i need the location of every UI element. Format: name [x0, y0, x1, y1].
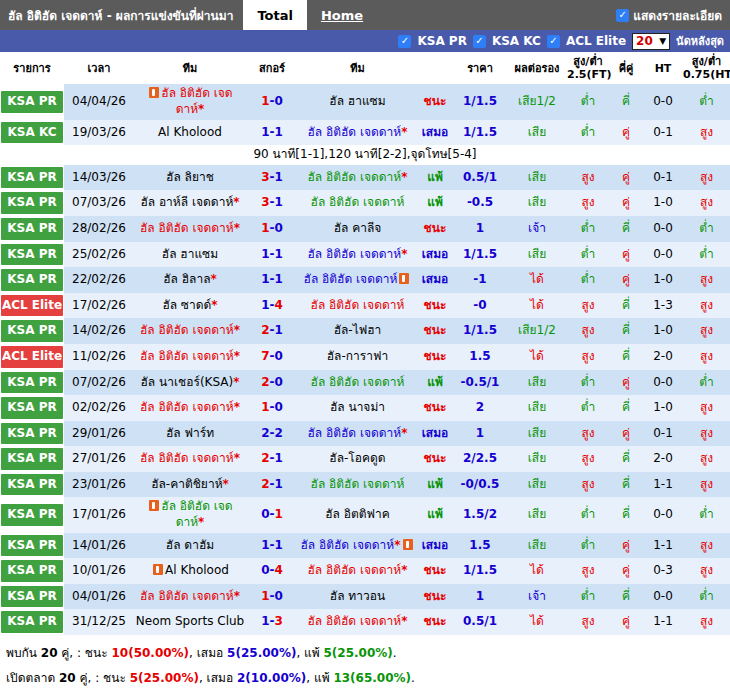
home-goals: 1: [261, 589, 269, 603]
home-team-name[interactable]: ฮัล อิติฮัด เจดดาห์: [140, 400, 234, 414]
home-team-name[interactable]: ฮัล ลิยาช: [166, 170, 214, 184]
away-team-name[interactable]: ฮัล อิติฮัด เจดดาห์: [311, 298, 405, 312]
home-team-name[interactable]: Neom Sports Club: [136, 614, 244, 628]
matches-count-select[interactable]: 20 ▼: [632, 33, 670, 50]
home-team-name[interactable]: ฮัล ฮิลาล: [163, 272, 210, 286]
home-team-name[interactable]: ฮัล อิติฮัด เจดดาห์: [140, 451, 234, 465]
match-row: ACL Elite17/02/26ฮัล ซาดด์*1-4ฮัล อิติฮั…: [0, 293, 730, 319]
match-row: KSA PR02/02/26ฮัล อิติฮัด เจดดาห์*1-0ฮัล…: [0, 395, 730, 421]
home-team-name[interactable]: ฮัล นาเชอร์(KSA): [141, 375, 234, 389]
checkbox-ksa-kc-icon[interactable]: ✓: [473, 35, 486, 48]
ht-score-cell: 1-0: [643, 267, 683, 293]
handicap-result-cell: เสีย: [507, 533, 567, 559]
away-team-name[interactable]: ฮัล ทาวอน: [330, 589, 385, 603]
away-team-name[interactable]: ฮัล อิติฮัด เจดดาห์: [307, 426, 401, 440]
ou-ht-cell: สูง: [683, 421, 730, 447]
away-team-name[interactable]: ฮัล อิติฮัด เจดดาห์: [307, 170, 401, 184]
date-cell: 28/02/26: [64, 216, 134, 242]
ou-ht-cell: ต่ำ: [683, 584, 730, 610]
home-team-name[interactable]: ฮัล ฮาแซม: [162, 247, 218, 261]
home-team-name[interactable]: ฮัล อิติฮัด เจดดาห์: [140, 323, 234, 337]
date-cell: 11/02/26: [64, 344, 134, 370]
away-team-name[interactable]: ฮัล อิติฮัด เจดดาห์: [311, 375, 405, 389]
home-team-name[interactable]: ฮัล อาห์ลี เจดดาห์: [140, 195, 233, 209]
score-cell: 1-0: [246, 216, 298, 242]
away-team-name[interactable]: ฮัล อิติฮัด เจดดาห์: [311, 477, 405, 491]
handicap-result-cell: ได้: [507, 558, 567, 584]
away-team-name[interactable]: ฮัล อิติฮัด เจดดาห์: [307, 563, 401, 577]
away-team-name[interactable]: ฮัล อิติฮัด เจดดาห์: [307, 614, 401, 628]
away-team-name[interactable]: ฮัล ฮาแซม: [329, 94, 385, 108]
checkbox-ksa-pr-icon[interactable]: ✓: [398, 35, 411, 48]
away-team-name[interactable]: ฮัล-การาฟา: [327, 349, 388, 363]
score-cell: 7-0: [246, 344, 298, 370]
summary-segment: 5(25.00%): [227, 646, 296, 660]
date-cell: 02/02/26: [64, 395, 134, 421]
ou-ft-cell: สูง: [567, 165, 609, 191]
home-team-name[interactable]: ฮัล ฟาร์ท: [166, 426, 214, 440]
home-team-name[interactable]: ฮัล อิติฮัด เจดดาห์: [140, 589, 234, 603]
tab-total[interactable]: Total: [243, 0, 307, 30]
checkbox-checked-icon[interactable]: ✓: [616, 9, 629, 22]
team-star-marker: *: [223, 477, 229, 491]
away-team-name[interactable]: ฮัล คาลีจ: [334, 221, 382, 235]
away-team-name[interactable]: ฮัล อิติฮัด เจดดาห์: [311, 195, 405, 209]
away-team-name[interactable]: ฮัล-ไฟฮา: [334, 323, 382, 337]
team-star-marker: *: [233, 195, 239, 209]
orange-badge-icon: [149, 500, 159, 511]
team-star-marker: *: [401, 247, 407, 261]
home-team-name[interactable]: Al Kholood: [165, 563, 229, 577]
ht-score-cell: 1-1: [643, 472, 683, 498]
ou-ht-cell: สูง: [683, 472, 730, 498]
away-team-name[interactable]: ฮัล อิติฮัด เจดดาห์: [304, 272, 398, 286]
tab-home[interactable]: Home: [307, 0, 377, 30]
result-cell: เสมอ: [417, 421, 453, 447]
match-row: KSA PR14/03/26ฮัล ลิยาช3-1ฮัล อิติฮัด เจ…: [0, 165, 730, 191]
odd-even-cell: คี่: [609, 318, 643, 344]
team-cell: ฮัล อิติฮัด เจดดาห์: [298, 267, 417, 293]
team-star-marker: *: [198, 102, 204, 116]
show-details-toggle[interactable]: ✓ แสดงรายละเอียด: [616, 0, 730, 30]
col-header-ou-ht: สูง/ต่ำ 0.75(HT): [683, 52, 730, 84]
league-badge: KSA PR: [1, 372, 63, 394]
summary-segment: , แพ้: [306, 671, 333, 685]
price-cell: 2: [453, 395, 507, 421]
home-team-name[interactable]: ฮัล อิติฮัด เจดดาห์: [161, 86, 232, 116]
away-team-name[interactable]: ฮัล อิติฮัด เจดดาห์: [307, 247, 401, 261]
odd-even-cell: คู่: [609, 190, 643, 216]
team-cell: Neom Sports Club: [134, 609, 246, 635]
away-team-name[interactable]: ฮัล อิติฮัด เจดดาห์: [300, 538, 394, 552]
result-cell: แพ้: [417, 472, 453, 498]
result-cell: เสมอ: [417, 120, 453, 146]
away-team-name[interactable]: ฮัล อิตติฟาค: [325, 507, 390, 521]
ou-ht-cell: สูง: [683, 558, 730, 584]
ou-ht-cell: ต่ำ: [683, 216, 730, 242]
team-star-marker: *: [401, 125, 407, 139]
summary-segment: คู่, : ชนะ: [76, 671, 130, 685]
matches-count-value: 20: [636, 34, 653, 48]
odd-even-cell: คี่: [609, 584, 643, 610]
league-cell: KSA PR: [0, 472, 64, 498]
home-team-name[interactable]: Al Kholood: [158, 125, 222, 139]
score-cell: 0-4: [246, 558, 298, 584]
team-cell: ฮัล อิติฮัด เจดดาห์: [298, 190, 417, 216]
away-team-name[interactable]: ฮัล อิติฮัด เจดดาห์: [307, 125, 401, 139]
ou-ft-cell: ต่ำ: [567, 584, 609, 610]
home-team-name[interactable]: ฮัล ดาฮัม: [166, 538, 214, 552]
away-team-name[interactable]: ฮัล นาจม่า: [330, 400, 385, 414]
date-cell: 25/02/26: [64, 242, 134, 268]
league-badge: KSA PR: [1, 448, 63, 470]
home-team-name[interactable]: ฮัล อิติฮัด เจดดาห์: [140, 221, 234, 235]
team-cell: ฮัล อิตติฟาค: [298, 497, 417, 532]
league-cell: KSA PR: [0, 533, 64, 559]
league-cell: KSA PR: [0, 609, 64, 635]
home-team-name[interactable]: ฮัล ซาดด์: [162, 298, 211, 312]
result-cell: ชนะ: [417, 216, 453, 242]
away-team-name[interactable]: ฮัล-โอคดูด: [329, 451, 385, 465]
home-team-name[interactable]: ฮัล อิติฮัด เจดดาห์: [140, 349, 234, 363]
league-cell: KSA PR: [0, 395, 64, 421]
checkbox-acl-elite-icon[interactable]: ✓: [547, 35, 560, 48]
home-team-name[interactable]: ฮัล-คาติชิยาห์: [151, 477, 222, 491]
home-team-name[interactable]: ฮัล อิติฮัด เจดดาห์: [161, 499, 232, 529]
score-cell: 1-1: [246, 120, 298, 146]
